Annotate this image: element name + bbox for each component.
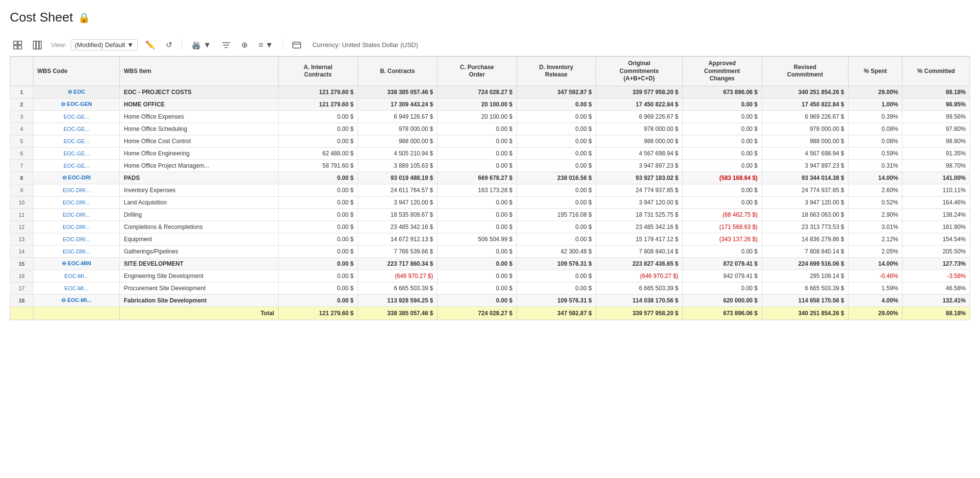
- col-pct-committed: 88.18%: [903, 86, 970, 98]
- table-row: 6 EOC-GE... Home Office Engineering 62 4…: [10, 147, 970, 159]
- lock-icon: 🔒: [78, 12, 90, 24]
- wbs-code-cell[interactable]: ⊖ EOC-DRI: [33, 172, 120, 184]
- print-button[interactable]: 🖨️ ▼: [188, 38, 214, 52]
- table-row: 15 ⊖ EOC-MIN SITE DEVELOPMENT 0.00 $ 223…: [10, 257, 970, 270]
- wbs-item-cell: PADS: [120, 172, 278, 184]
- col-d: 109 576.31 $: [516, 257, 596, 270]
- wbs-code-cell[interactable]: ⊖ EOC-GEN: [33, 98, 120, 110]
- wbs-code-cell[interactable]: EOC-GE...: [33, 135, 120, 147]
- row-number: 3: [10, 110, 33, 123]
- col-approved: 620 000.00 $: [682, 294, 762, 306]
- col-revised: 7 808 840.14 $: [762, 245, 848, 257]
- col-approved: 0.00 $: [682, 98, 762, 110]
- col-c: 20 100.00 $: [437, 110, 516, 123]
- col-a: 58 791.60 $: [278, 159, 358, 172]
- svg-rect-4: [33, 41, 36, 49]
- svg-rect-1: [18, 41, 22, 45]
- svg-rect-2: [14, 46, 17, 49]
- col-header-d-inventory: D. InventoryRelease: [516, 57, 596, 86]
- table-body: 1 ⊖ EOC EOC - PROJECT COSTS 121 279.60 $…: [10, 86, 970, 306]
- col-original: 4 567 698.94 $: [596, 147, 682, 159]
- col-pct-committed: 110.11%: [903, 184, 970, 196]
- col-c: 0.00 $: [437, 245, 516, 257]
- col-pct-spent: 1.00%: [848, 98, 902, 110]
- table-header: WBS Code WBS Item A. InternalContracts B…: [10, 57, 970, 86]
- wbs-item-cell: Home Office Engineering: [120, 147, 278, 159]
- row-number: 14: [10, 245, 33, 257]
- col-pct-committed: 97.80%: [903, 123, 970, 135]
- col-b: (646 970.27 $): [358, 270, 437, 282]
- col-pct-spent: 29.00%: [848, 86, 902, 98]
- wbs-code-cell[interactable]: EOC-DRI...: [33, 221, 120, 233]
- wbs-code-cell[interactable]: EOC-DRI...: [33, 233, 120, 245]
- table-row: 13 EOC-DRI... Equipment 0.00 $ 14 672 91…: [10, 233, 970, 245]
- col-pct-spent: 0.31%: [848, 159, 902, 172]
- col-b: 113 928 594.25 $: [358, 294, 437, 306]
- view-selector[interactable]: (Modified) Default ▼: [71, 39, 138, 50]
- filter-button[interactable]: [218, 39, 234, 51]
- col-b: 338 385 057.46 $: [358, 86, 437, 98]
- table-row: 11 EOC-DRI... Drilling 0.00 $ 18 535 809…: [10, 208, 970, 221]
- toolbar: View: (Modified) Default ▼ ✏️ ↺ 🖨️ ▼ ⊕ ≡…: [10, 34, 970, 56]
- col-a: 0.00 $: [278, 245, 358, 257]
- grid-view-button[interactable]: [10, 38, 26, 52]
- wbs-item-cell: Home Office Scheduling: [120, 123, 278, 135]
- col-d: 347 592.87 $: [516, 86, 596, 98]
- col-b: 988 000.00 $: [358, 135, 437, 147]
- wbs-code-cell[interactable]: EOC-DRI...: [33, 245, 120, 257]
- col-b: 4 505 210.94 $: [358, 147, 437, 159]
- menu-button[interactable]: ≡ ▼: [255, 38, 277, 52]
- footer-label: Total: [120, 306, 278, 320]
- col-b: 6 665 503.39 $: [358, 282, 437, 294]
- wbs-code-cell[interactable]: EOC-GE...: [33, 147, 120, 159]
- wbs-code-cell[interactable]: EOC-GE...: [33, 123, 120, 135]
- divider2: [283, 40, 283, 50]
- table-row: 7 EOC-GE... Home Office Project Managem.…: [10, 159, 970, 172]
- col-original: 114 038 170.56 $: [596, 294, 682, 306]
- wbs-code-cell[interactable]: EOC-DRI...: [33, 184, 120, 196]
- wbs-item-cell: Home Office Cost Control: [120, 135, 278, 147]
- wbs-code-cell[interactable]: EOC-GE...: [33, 110, 120, 123]
- row-number: 16: [10, 270, 33, 282]
- wbs-item-cell: Home Office Expenses: [120, 110, 278, 123]
- col-approved: 673 896.06 $: [682, 86, 762, 98]
- wbs-code-cell[interactable]: EOC-GE...: [33, 159, 120, 172]
- table-row: 5 EOC-GE... Home Office Cost Control 0.0…: [10, 135, 970, 147]
- row-number: 4: [10, 123, 33, 135]
- column-view-button[interactable]: [29, 38, 45, 52]
- wbs-code-cell[interactable]: ⊖ EOC-MIN: [33, 257, 120, 270]
- col-original: 3 947 897.23 $: [596, 159, 682, 172]
- wbs-code-cell[interactable]: EOC-MI...: [33, 282, 120, 294]
- row-number: 1: [10, 86, 33, 98]
- wbs-code-cell[interactable]: EOC-DRI...: [33, 196, 120, 208]
- wbs-item-cell: Land Acquisition: [120, 196, 278, 208]
- col-pct-spent: 2.90%: [848, 208, 902, 221]
- col-original: 988 000.00 $: [596, 135, 682, 147]
- currency-button[interactable]: [289, 38, 305, 52]
- add-button[interactable]: ⊕: [238, 38, 251, 52]
- refresh-button[interactable]: ↺: [162, 38, 176, 52]
- col-d: 0.00 $: [516, 233, 596, 245]
- col-d: 0.00 $: [516, 270, 596, 282]
- col-pct-committed: 46.58%: [903, 282, 970, 294]
- wbs-item-cell: Home Office Project Managem...: [120, 159, 278, 172]
- col-d: 0.00 $: [516, 147, 596, 159]
- col-approved: (68 462.75 $): [682, 208, 762, 221]
- col-revised: 18 663 063.00 $: [762, 208, 848, 221]
- wbs-code-cell[interactable]: ⊖ EOC-MI...: [33, 294, 120, 306]
- col-header-a-internal: A. InternalContracts: [278, 57, 358, 86]
- col-a: 0.00 $: [278, 135, 358, 147]
- col-revised: 978 000.00 $: [762, 123, 848, 135]
- col-pct-committed: 138.24%: [903, 208, 970, 221]
- col-pct-spent: 2.60%: [848, 184, 902, 196]
- col-original: 6 969 226.67 $: [596, 110, 682, 123]
- wbs-item-cell: Fabrication Site Development: [120, 294, 278, 306]
- row-number: 13: [10, 233, 33, 245]
- table-row: 2 ⊖ EOC-GEN HOME OFFICE 121 279.60 $ 17 …: [10, 98, 970, 110]
- currency-label: Currency: United States Dollar (USD): [312, 41, 418, 49]
- wbs-code-cell[interactable]: EOC-MI...: [33, 270, 120, 282]
- edit-button[interactable]: ✏️: [142, 38, 158, 52]
- wbs-code-cell[interactable]: ⊖ EOC: [33, 86, 120, 98]
- wbs-code-cell[interactable]: EOC-DRI...: [33, 208, 120, 221]
- col-pct-spent: 3.01%: [848, 221, 902, 233]
